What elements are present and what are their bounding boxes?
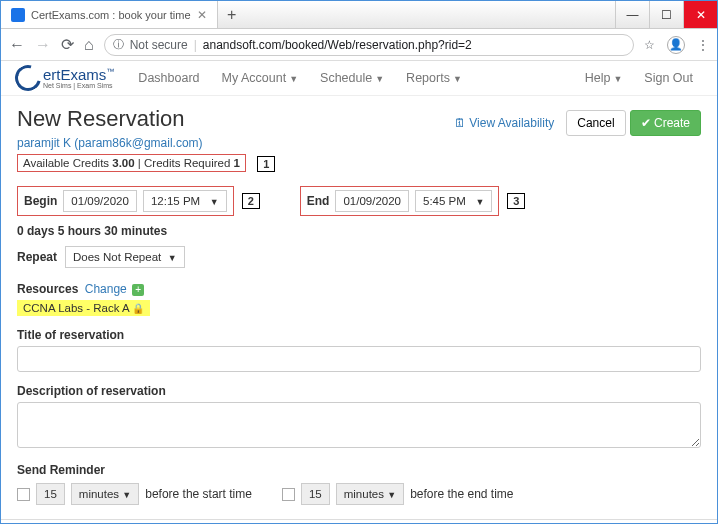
- user-link[interactable]: paramjit K (param86k@gmail.com): [17, 136, 203, 150]
- duration-text: 0 days 5 hours 30 minutes: [17, 224, 701, 238]
- home-icon[interactable]: ⌂: [84, 36, 94, 54]
- app-header: ertExams™ Net Sims | Exam Sims Dashboard…: [1, 61, 717, 96]
- menu-icon[interactable]: ⋮: [697, 38, 709, 52]
- chevron-down-icon: ▼: [387, 490, 396, 500]
- close-icon[interactable]: ✕: [197, 8, 207, 22]
- title-label: Title of reservation: [17, 328, 701, 342]
- callout-1: 1: [257, 156, 275, 172]
- page-content: ertExams™ Net Sims | Exam Sims Dashboard…: [1, 61, 717, 523]
- chevron-down-icon: ▼: [122, 490, 131, 500]
- nav-sign-out[interactable]: Sign Out: [634, 65, 703, 91]
- check-icon: ✔: [641, 116, 651, 130]
- reminder-end-checkbox[interactable]: [282, 488, 295, 501]
- chevron-down-icon: ▼: [613, 74, 622, 84]
- chevron-down-icon: ▼: [168, 253, 177, 263]
- begin-group: Begin 01/09/2020 12:15 PM ▼: [17, 186, 234, 216]
- logo-icon: [10, 61, 46, 96]
- chevron-down-icon: ▼: [475, 197, 484, 207]
- chevron-down-icon: ▼: [375, 74, 384, 84]
- browser-tab[interactable]: CertExams.com : book your time ✕: [1, 1, 218, 28]
- reminder-start-suffix: before the start time: [145, 487, 252, 501]
- reminder-end-unit-select[interactable]: minutes ▼: [336, 483, 404, 505]
- reload-icon[interactable]: ⟳: [61, 35, 74, 54]
- reminder-start-unit-select[interactable]: minutes ▼: [71, 483, 139, 505]
- url-text: anandsoft.com/booked/Web/reservation.php…: [203, 38, 472, 52]
- begin-date-input[interactable]: 01/09/2020: [63, 190, 137, 212]
- title-input[interactable]: [17, 346, 701, 372]
- logo[interactable]: ertExams™ Net Sims | Exam Sims: [15, 65, 114, 91]
- chevron-down-icon: ▼: [210, 197, 219, 207]
- nav-help[interactable]: Help▼: [575, 65, 633, 91]
- chevron-down-icon: ▼: [289, 74, 298, 84]
- callout-3: 3: [507, 193, 525, 209]
- browser-address-bar: ← → ⟳ ⌂ ⓘ Not secure | anandsoft.com/boo…: [1, 29, 717, 61]
- lock-icon: 🔒: [132, 303, 144, 314]
- url-input[interactable]: ⓘ Not secure | anandsoft.com/booked/Web/…: [104, 34, 634, 56]
- reminder-end-suffix: before the end time: [410, 487, 513, 501]
- reminder-start-value[interactable]: 15: [36, 483, 65, 505]
- tab-favicon: [11, 8, 25, 22]
- create-button[interactable]: ✔ Create: [630, 110, 701, 136]
- profile-icon[interactable]: 👤: [667, 36, 685, 54]
- window-close-button[interactable]: ✕: [683, 1, 717, 28]
- forward-icon[interactable]: →: [35, 36, 51, 54]
- tab-title: CertExams.com : book your time: [31, 9, 191, 21]
- plus-icon[interactable]: +: [132, 284, 144, 296]
- resources-label: Resources: [17, 282, 78, 296]
- nav-dashboard[interactable]: Dashboard: [128, 65, 209, 91]
- reminder-start-checkbox[interactable]: [17, 488, 30, 501]
- reminder-label: Send Reminder: [17, 463, 701, 477]
- nav-reports[interactable]: Reports▼: [396, 65, 472, 91]
- back-icon[interactable]: ←: [9, 36, 25, 54]
- window-minimize-button[interactable]: —: [615, 1, 649, 28]
- page-footer: Cancel ✔ Create: [1, 519, 717, 523]
- reminder-end-value[interactable]: 15: [301, 483, 330, 505]
- browser-titlebar: CertExams.com : book your time ✕ + — ☐ ✕: [1, 1, 717, 29]
- nav-my-account[interactable]: My Account▼: [212, 65, 309, 91]
- end-date-input[interactable]: 01/09/2020: [335, 190, 409, 212]
- begin-time-select[interactable]: 12:15 PM ▼: [143, 190, 227, 212]
- description-label: Description of reservation: [17, 384, 701, 398]
- calendar-icon: 🗓: [454, 116, 466, 130]
- resources-change-link[interactable]: Change: [85, 282, 127, 296]
- resource-item: CCNA Labs - Rack A 🔒: [17, 300, 150, 316]
- repeat-label: Repeat: [17, 250, 57, 264]
- new-tab-button[interactable]: +: [218, 1, 246, 28]
- end-label: End: [307, 194, 330, 208]
- credits-badge: Available Credits 3.00 | Credits Require…: [17, 154, 246, 172]
- repeat-select[interactable]: Does Not Repeat ▼: [65, 246, 185, 268]
- callout-2: 2: [242, 193, 260, 209]
- begin-label: Begin: [24, 194, 57, 208]
- star-icon[interactable]: ☆: [644, 38, 655, 52]
- chevron-down-icon: ▼: [453, 74, 462, 84]
- nav-schedule[interactable]: Schedule▼: [310, 65, 394, 91]
- view-availability-link[interactable]: 🗓 View Availability: [446, 116, 562, 130]
- logo-subtext: Net Sims | Exam Sims: [43, 82, 114, 89]
- security-status: Not secure: [130, 38, 188, 52]
- logo-text: ertExams™: [43, 67, 114, 82]
- end-group: End 01/09/2020 5:45 PM ▼: [300, 186, 500, 216]
- cancel-button[interactable]: Cancel: [566, 110, 625, 136]
- window-maximize-button[interactable]: ☐: [649, 1, 683, 28]
- description-textarea[interactable]: [17, 402, 701, 448]
- end-time-select[interactable]: 5:45 PM ▼: [415, 190, 492, 212]
- info-icon: ⓘ: [113, 37, 124, 52]
